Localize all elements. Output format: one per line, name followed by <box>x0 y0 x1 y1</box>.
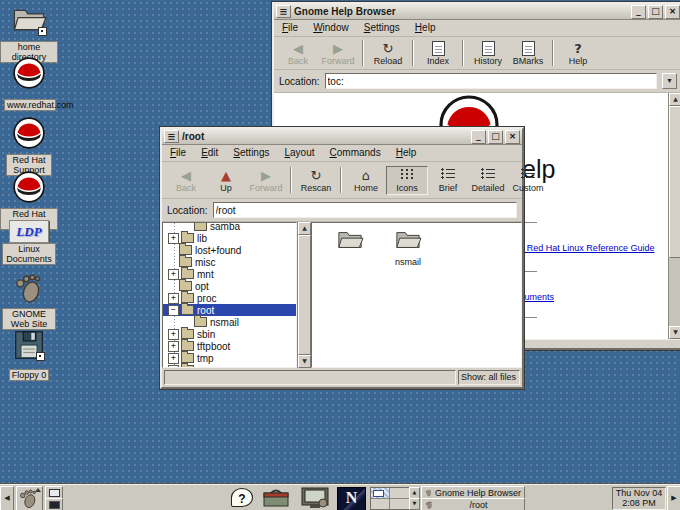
scroll-up-icon[interactable]: ▲ <box>298 222 311 235</box>
menu-settings[interactable]: Settings <box>364 22 400 33</box>
close-button[interactable]: × <box>665 5 680 19</box>
menu-settings[interactable]: Settings <box>233 147 269 158</box>
help-titlebar[interactable]: ≡ Gnome Help Browser _ □ × <box>274 4 680 20</box>
status-filter: Show: all files <box>458 370 520 385</box>
tree-scrollbar[interactable]: ▲ ▼ <box>297 222 311 368</box>
help-button[interactable]: ?Help <box>558 40 598 67</box>
expand-plus-icon[interactable]: + <box>168 365 179 369</box>
expand-plus-icon[interactable]: + <box>168 293 179 304</box>
desktop-icon-www-redhat-com[interactable]: www.redhat.com <box>4 56 54 112</box>
tasklist-root[interactable]: /root <box>421 498 525 510</box>
rescan-button[interactable]: ↻Rescan <box>296 167 336 194</box>
location-input[interactable] <box>213 202 517 218</box>
file-menubar: File Edit Settings Layout Commands Help <box>162 145 522 162</box>
desktop-icon-label: www.redhat.com <box>4 99 56 111</box>
back-button[interactable]: ◀Back <box>278 40 318 67</box>
up-button[interactable]: ▲Up <box>206 167 246 194</box>
panel-hide-left-button[interactable]: ◀ <box>0 486 14 510</box>
scroll-down-icon[interactable]: ▼ <box>669 326 680 339</box>
tree-item-label: samba <box>210 222 240 232</box>
tree-item-label: tftpboot <box>197 341 230 352</box>
pager-desktop[interactable] <box>390 488 409 499</box>
tree-item-label: mnt <box>197 269 214 280</box>
help-icon: ? <box>560 41 596 56</box>
help-launcher[interactable]: ? <box>228 486 256 509</box>
documents-link[interactable]: cuments <box>520 292 554 302</box>
location-dropdown-button[interactable]: ▾ <box>662 73 677 89</box>
desk-guide-pager[interactable] <box>370 487 410 510</box>
history-button[interactable]: History <box>468 40 508 67</box>
tree-item-selected[interactable]: −root <box>163 304 296 316</box>
expand-plus-icon[interactable]: + <box>168 341 179 352</box>
forward-icon: ▶ <box>248 168 284 183</box>
scroll-down-icon[interactable]: ▼ <box>298 355 311 368</box>
netscape-launcher[interactable]: N <box>337 487 366 510</box>
desktop-icon-floppy-0[interactable]: Floppy 0 <box>4 330 54 382</box>
scrollbar-thumb[interactable] <box>669 106 680 258</box>
expand-plus-icon[interactable]: + <box>168 269 179 280</box>
custom-view-icon <box>510 168 546 183</box>
forward-button[interactable]: ▶Forward <box>246 167 286 194</box>
menu-file[interactable]: File <box>170 147 186 158</box>
minimize-button[interactable]: _ <box>631 5 646 19</box>
reload-button[interactable]: ↻Reload <box>368 40 408 67</box>
scrollbar-thumb[interactable] <box>298 235 311 355</box>
window-menu-icon[interactable]: ≡ <box>276 5 291 18</box>
folder-icon <box>181 293 194 303</box>
scroll-up-icon[interactable]: ▲ <box>669 93 680 106</box>
custom-view-button[interactable]: Custom <box>508 167 548 194</box>
back-button[interactable]: ◀Back <box>166 167 206 194</box>
location-input[interactable] <box>325 73 657 89</box>
terminal-launcher[interactable] <box>300 487 332 509</box>
clock-applet[interactable]: Thu Nov 04 2:08 PM <box>612 487 666 510</box>
config-tool-launcher[interactable] <box>262 487 292 509</box>
close-button[interactable]: × <box>505 130 520 144</box>
index-button[interactable]: Index <box>418 40 458 67</box>
gnome-foot-icon <box>425 501 433 509</box>
reference-guide-link[interactable]: | Red Hat Linux Reference Guide <box>522 243 654 253</box>
menu-layout[interactable]: Layout <box>285 147 315 158</box>
brief-view-button[interactable]: Brief <box>428 167 468 194</box>
desktop-icon-linux-documents[interactable]: LDP Linux Documents <box>2 220 56 266</box>
forward-button[interactable]: ▶Forward <box>318 40 358 67</box>
help-toolbar: ◀Back ▶Forward ↻Reload Index History BMa… <box>274 37 680 70</box>
menu-window[interactable]: Window <box>313 22 349 33</box>
home-button[interactable]: ⌂Home <box>346 167 386 194</box>
scrollbar-trough <box>669 258 680 326</box>
expand-plus-icon[interactable]: + <box>168 233 179 244</box>
tree-item-label: lib <box>197 233 207 244</box>
tree-item[interactable]: +usr <box>163 364 296 368</box>
pager-desktop[interactable] <box>371 499 390 510</box>
maximize-button[interactable]: □ <box>648 5 663 19</box>
desktop-icon-gnome-web-site[interactable]: GNOME Web Site <box>2 272 56 331</box>
detailed-view-button[interactable]: Detailed <box>468 167 508 194</box>
help-vertical-scrollbar[interactable]: ▲ ▼ <box>668 93 680 339</box>
minimize-button[interactable]: _ <box>471 130 486 144</box>
pager-down-button[interactable]: ▼ <box>409 498 420 510</box>
file-titlebar[interactable]: ≡ /root _ □ × <box>162 129 522 145</box>
maximize-button[interactable]: □ <box>488 130 503 144</box>
panel-mini-applet-bottom[interactable] <box>45 498 63 510</box>
desktop-icon-red-hat-support[interactable]: Red Hat Support <box>4 116 54 177</box>
menu-help[interactable]: Help <box>415 22 436 33</box>
menu-commands[interactable]: Commands <box>330 147 381 158</box>
bmarks-button[interactable]: BMarks <box>508 40 548 67</box>
desktop-icon-home-directory[interactable]: home directory <box>0 3 58 64</box>
menu-edit[interactable]: Edit <box>201 147 218 158</box>
pager-desktop-active[interactable] <box>371 488 390 499</box>
collapse-minus-icon[interactable]: − <box>168 305 179 316</box>
window-menu-icon[interactable]: ≡ <box>164 130 179 143</box>
pager-desktop[interactable] <box>390 499 409 510</box>
icons-view-button[interactable]: Icons <box>386 166 428 195</box>
file-item[interactable]: nsmail <box>386 227 430 267</box>
menu-file[interactable]: File <box>282 22 298 33</box>
menu-help[interactable]: Help <box>396 147 417 158</box>
file-toolbar: ◀Back ▲Up ▶Forward ↻Rescan ⌂Home Icons B… <box>162 162 522 199</box>
mount-emblem-icon <box>36 352 45 361</box>
detailed-view-icon <box>470 168 506 183</box>
expand-plus-icon[interactable]: + <box>168 353 179 364</box>
expand-plus-icon[interactable]: + <box>168 329 179 340</box>
main-menu-button[interactable] <box>16 486 43 510</box>
file-item[interactable] <box>328 227 372 257</box>
panel-hide-right-button[interactable]: ▶ <box>667 486 680 510</box>
